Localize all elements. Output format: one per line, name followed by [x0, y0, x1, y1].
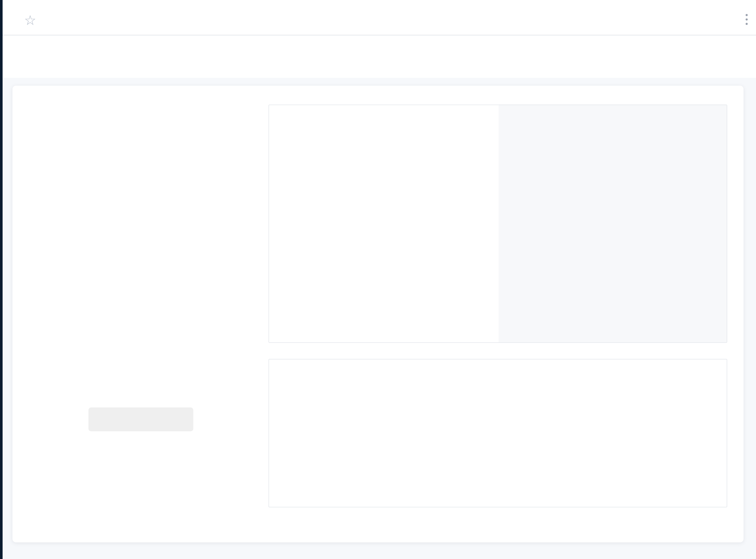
- collapsed-sidebar-rail[interactable]: [0, 0, 3, 559]
- status-badge: [522, 144, 535, 151]
- tab-bar: [3, 36, 756, 78]
- page-content: [3, 78, 756, 559]
- checks-list-column: [269, 105, 499, 342]
- more-options-kebab-icon[interactable]: [744, 13, 749, 26]
- favorite-star-icon[interactable]: ☆: [24, 14, 36, 27]
- chart-plot: [309, 397, 711, 466]
- gauge-hole: [85, 192, 197, 303]
- rerun-checks-button[interactable]: [89, 407, 193, 431]
- improvement-chart-panel: [269, 359, 727, 507]
- sidebar-active-indicator: [0, 52, 3, 69]
- maturity-column: [13, 86, 269, 542]
- check-detail-panel: [499, 105, 727, 342]
- scorecard-card: [13, 86, 743, 542]
- page-header: ☆: [3, 0, 756, 35]
- entity-title-row: ☆: [17, 14, 36, 27]
- maturity-gauge: [70, 177, 212, 318]
- checks-panel: [269, 105, 727, 343]
- check-status-row: [514, 144, 711, 151]
- checks-table-header: [269, 116, 499, 125]
